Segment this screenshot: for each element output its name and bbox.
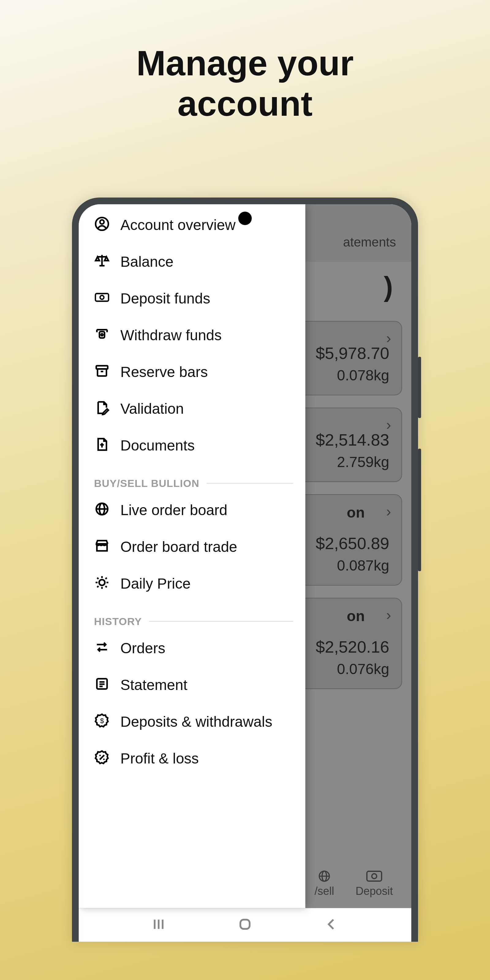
nav-buy-sell[interactable]: /sell <box>315 869 334 897</box>
menu-label: Order board trade <box>120 538 237 556</box>
menu-order-board-trade[interactable]: Order board trade <box>79 528 305 565</box>
svg-rect-10 <box>95 293 109 301</box>
section-history: HISTORY <box>79 602 305 630</box>
list-icon <box>94 676 110 692</box>
storefront-icon <box>94 538 110 554</box>
svg-rect-32 <box>240 920 250 929</box>
recents-button[interactable] <box>151 916 167 934</box>
home-button[interactable] <box>237 916 253 934</box>
menu-withdraw-funds[interactable]: Withdraw funds <box>79 317 305 354</box>
edit-doc-icon <box>94 400 110 415</box>
phone-volume-button <box>418 449 421 571</box>
menu-label: Reserve bars <box>120 363 208 381</box>
menu-label: Deposits & withdrawals <box>120 713 272 731</box>
menu-label: Withdraw funds <box>120 326 222 345</box>
menu-label: Statement <box>120 676 188 694</box>
atm-icon <box>94 326 110 342</box>
svg-rect-12 <box>100 331 105 338</box>
menu-documents[interactable]: Documents <box>79 427 305 464</box>
chevron-right-icon: › <box>386 606 391 623</box>
menu-label: Orders <box>120 639 165 657</box>
chevron-right-icon: › <box>386 416 391 433</box>
menu-daily-price[interactable]: Daily Price <box>79 565 305 602</box>
side-drawer: Account overview Balance Deposit funds <box>79 204 305 908</box>
archive-icon <box>94 363 110 379</box>
menu-reserve-bars[interactable]: Reserve bars <box>79 354 305 390</box>
upload-doc-icon <box>94 436 110 452</box>
cash-icon <box>94 290 110 305</box>
sun-gear-icon <box>94 574 110 590</box>
percent-badge-icon <box>94 749 110 765</box>
menu-label: Balance <box>120 253 173 271</box>
user-circle-icon <box>94 216 110 232</box>
svg-point-4 <box>372 874 377 879</box>
phone-side-button <box>418 357 421 418</box>
svg-rect-3 <box>367 871 382 881</box>
chevron-right-icon: › <box>386 503 391 520</box>
svg-text:$: $ <box>100 717 104 725</box>
menu-label: Documents <box>120 436 195 455</box>
svg-rect-15 <box>97 369 106 376</box>
dollar-badge-icon: $ <box>94 713 110 729</box>
menu-balance[interactable]: Balance <box>79 243 305 280</box>
menu-label: Deposit funds <box>120 290 210 308</box>
menu-orders[interactable]: Orders <box>79 630 305 667</box>
menu-account-overview[interactable]: Account overview <box>79 207 305 243</box>
nav-deposit[interactable]: Deposit <box>356 869 393 897</box>
svg-point-6 <box>100 220 104 224</box>
phone-screen: atements ) › $5,978.70 0.078kg › $2,514.… <box>79 204 411 942</box>
svg-point-13 <box>101 334 103 336</box>
menu-label: Profit & loss <box>120 749 199 768</box>
cash-icon <box>366 869 383 883</box>
globe-icon <box>94 501 110 517</box>
menu-label: Validation <box>120 400 184 418</box>
menu-label: Daily Price <box>120 574 191 593</box>
globe-icon <box>316 869 333 883</box>
svg-point-28 <box>103 758 105 760</box>
back-button[interactable] <box>323 916 339 934</box>
menu-deposit-funds[interactable]: Deposit funds <box>79 280 305 317</box>
svg-point-11 <box>100 295 104 299</box>
scales-icon <box>94 253 110 269</box>
section-buy-sell: BUY/SELL BULLION <box>79 464 305 492</box>
menu-deposits-withdrawals[interactable]: $ Deposits & withdrawals <box>79 703 305 740</box>
menu-label: Live order board <box>120 501 228 519</box>
menu-live-order-board[interactable]: Live order board <box>79 492 305 528</box>
svg-point-27 <box>99 755 101 756</box>
menu-label: Account overview <box>120 216 235 234</box>
camera-notch <box>238 212 252 225</box>
swap-icon <box>94 639 110 655</box>
phone-frame: atements ) › $5,978.70 0.078kg › $2,514.… <box>72 197 418 942</box>
menu-profit-loss[interactable]: Profit & loss <box>79 740 305 777</box>
menu-validation[interactable]: Validation <box>79 390 305 427</box>
chevron-right-icon: › <box>386 329 391 346</box>
android-nav-bar <box>79 908 411 942</box>
menu-statement[interactable]: Statement <box>79 667 305 703</box>
svg-point-20 <box>99 579 105 585</box>
hero-title: Manage your account <box>136 43 353 124</box>
